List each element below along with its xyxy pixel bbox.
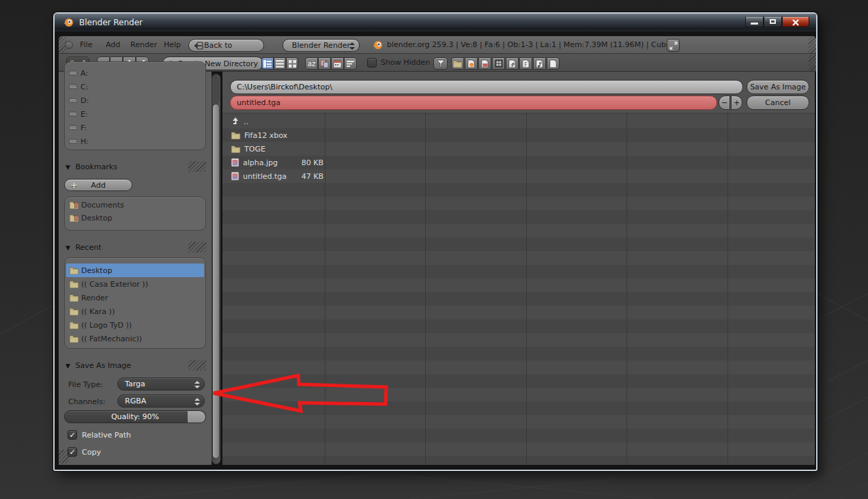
bookmark-label: Documents: [81, 201, 124, 210]
system-drives-list: A: C: D: E: F: H:: [68, 66, 202, 148]
sort-date-button[interactable]: [331, 57, 344, 70]
relative-path-label: Relative Path: [82, 431, 131, 440]
restore-button[interactable]: [764, 16, 782, 27]
save-panel-drag-corner[interactable]: [188, 360, 206, 371]
column-divider: [626, 113, 627, 465]
filter-font-button[interactable]: F: [519, 57, 532, 70]
sort-extension-button[interactable]: [318, 57, 331, 70]
display-mode-group: [261, 57, 298, 70]
file-type-select[interactable]: Targa: [117, 377, 205, 390]
sort-alphabetical-button[interactable]: az: [305, 57, 318, 70]
menu-render[interactable]: Render: [130, 36, 157, 54]
toolbar-corner-right[interactable]: [809, 55, 816, 71]
filter-image-button[interactable]: [478, 57, 491, 70]
filter-sound-button[interactable]: [533, 57, 546, 70]
display-mode-list-button[interactable]: [274, 57, 286, 70]
recent-label: (( Kara )): [81, 307, 115, 316]
copy-checkbox[interactable]: ✓: [68, 447, 77, 457]
collapse-menus-icon[interactable]: [65, 41, 73, 49]
recent-item[interactable]: Render: [65, 291, 205, 304]
display-mode-thumbnails-button[interactable]: [286, 57, 298, 70]
filename-field[interactable]: untitled.tga: [230, 96, 717, 110]
recent-box: Desktop (( Casa Exterior )) Render (( Ka…: [64, 257, 206, 349]
channels-select[interactable]: RGBA: [117, 395, 205, 408]
bookmarks-header-label: Bookmarks: [75, 162, 117, 171]
disk-icon: [68, 111, 78, 117]
save-panel-header[interactable]: ▼ Save As Image: [66, 361, 131, 370]
scrollbar-thumb[interactable]: [212, 104, 220, 459]
cancel-button[interactable]: Cancel: [747, 96, 809, 110]
drive-label: D:: [81, 96, 89, 105]
minimize-button[interactable]: [745, 16, 764, 27]
recent-panel-drag-corner[interactable]: [188, 242, 206, 253]
recent-label: (( Casa Exterior )): [81, 280, 148, 289]
filter-blend-button[interactable]: [465, 57, 478, 70]
recent-panel-header[interactable]: ▼ Recent: [66, 243, 101, 252]
back-to-previous-icon: [192, 42, 203, 50]
filter-text-button[interactable]: [547, 57, 560, 70]
drive-item[interactable]: D:: [68, 94, 202, 107]
quality-slider[interactable]: Quality: 90%: [64, 410, 206, 423]
window-titlebar[interactable]: Blender Render: [55, 14, 816, 31]
show-hidden-checkbox[interactable]: [367, 58, 377, 68]
file-name: TOGE: [244, 145, 265, 154]
filter-folders-button[interactable]: [451, 57, 464, 70]
filter-movie-button[interactable]: [492, 57, 505, 70]
bookmarks-panel-header[interactable]: ▼ Bookmarks: [66, 162, 117, 171]
panel-expand-icon: ▼: [66, 164, 70, 171]
file-row-image[interactable]: untitled.tga 47 KB: [231, 169, 323, 183]
column-divider: [325, 113, 326, 465]
file-row-parent[interactable]: ..: [231, 115, 323, 128]
recent-item[interactable]: (( Casa Exterior )): [65, 277, 205, 291]
back-to-previous-button[interactable]: Back to Previous: [188, 39, 264, 52]
image-file-icon: [231, 158, 240, 167]
recent-item[interactable]: (( Kara )): [65, 304, 205, 318]
disk-icon: [68, 97, 78, 104]
filter-toggle-button[interactable]: [433, 57, 448, 70]
fullscreen-area-button[interactable]: [667, 39, 680, 52]
recent-item[interactable]: (( Logo TyD )): [65, 318, 205, 332]
drive-item[interactable]: C:: [68, 80, 202, 94]
file-type-value: Targa: [125, 380, 145, 388]
bookmark-folder-icon: [69, 214, 79, 222]
recent-item[interactable]: (( FatMechanic)): [65, 332, 205, 345]
relative-path-checkbox[interactable]: ✓: [68, 430, 77, 440]
recent-label: Render: [81, 294, 108, 302]
folder-icon: [69, 294, 79, 302]
bookmarks-panel-drag-corner[interactable]: [188, 161, 206, 172]
sort-size-button[interactable]: [344, 57, 357, 70]
decrement-filename-button[interactable]: −: [719, 96, 730, 110]
menu-add[interactable]: Add: [106, 36, 120, 54]
filter-text-icon: [549, 59, 557, 68]
area-corner-top-right[interactable]: [809, 37, 816, 53]
display-mode-details-button[interactable]: [261, 57, 274, 70]
filter-sound-icon: [536, 59, 543, 68]
file-row-folder[interactable]: Fifa12 xbox: [231, 128, 323, 142]
drive-item[interactable]: A:: [68, 66, 202, 80]
directory-path-field[interactable]: C:\Users\Birckof\Desktop\: [230, 80, 743, 94]
file-size: 47 KB: [302, 172, 323, 181]
plus-icon: +: [734, 98, 740, 107]
filter-script-button[interactable]: [506, 57, 519, 70]
file-row-image[interactable]: alpha.jpg 80 KB: [231, 156, 323, 169]
save-as-image-button[interactable]: Save As Image: [747, 80, 809, 94]
drive-item[interactable]: E:: [68, 107, 202, 121]
drive-label: C:: [81, 83, 88, 91]
disk-icon: [68, 138, 78, 145]
menu-file[interactable]: File: [80, 36, 92, 54]
recent-item-selected[interactable]: Desktop: [66, 263, 204, 277]
file-row-folder[interactable]: TOGE: [231, 142, 323, 156]
file-list-area[interactable]: .. Fifa12 xbox TOGE alpha.jpg 80 KB unti…: [222, 113, 815, 465]
drive-label: H:: [81, 137, 89, 146]
thumbnails-icon: [289, 60, 296, 68]
drive-item[interactable]: H:: [68, 134, 202, 148]
bookmark-item-documents[interactable]: Documents: [65, 197, 205, 211]
drive-item[interactable]: F:: [68, 121, 202, 134]
close-button[interactable]: [782, 16, 809, 27]
render-engine-select[interactable]: Blender Render: [283, 39, 360, 52]
add-bookmark-button[interactable]: + Add: [64, 179, 132, 191]
menu-help[interactable]: Help: [164, 36, 181, 54]
area-corner-bottom-left[interactable]: [57, 450, 69, 464]
bookmark-item-desktop[interactable]: Desktop: [65, 211, 205, 225]
disk-icon: [68, 83, 78, 90]
